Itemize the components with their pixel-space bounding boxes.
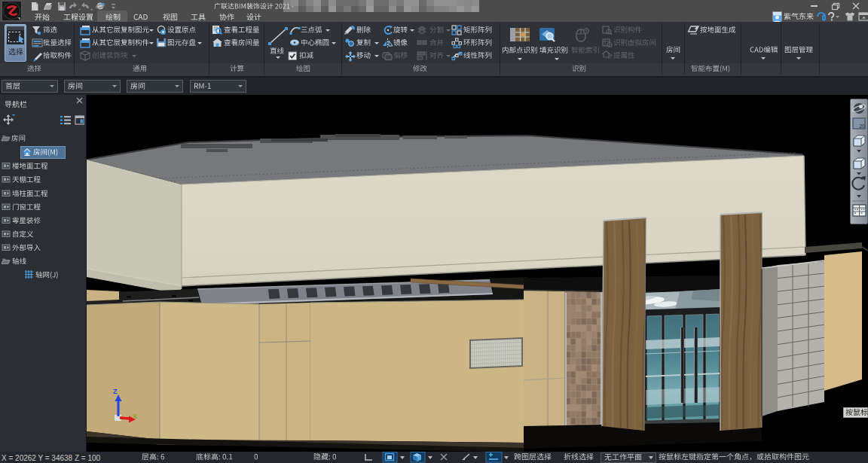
svg-text:X: X	[133, 413, 137, 420]
svg-text:Z: Z	[113, 388, 118, 395]
svg-text:20: 20	[860, 123, 866, 129]
